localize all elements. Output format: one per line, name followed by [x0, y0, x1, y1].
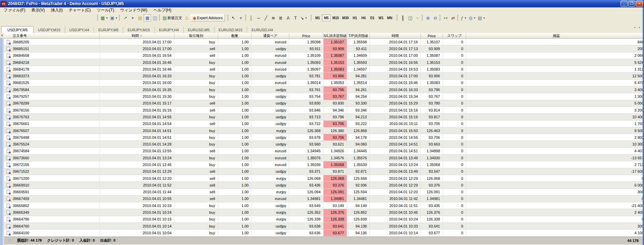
menu-view[interactable]: 表示(V)	[28, 7, 48, 13]
tab-EURUSD-M15[interactable]: EURUSD,M15	[214, 27, 247, 33]
toolbar-grip[interactable]	[397, 15, 398, 21]
table-row[interactable]: 396736602010.04.01 13:24buy1.00eurusd1.3…	[4, 155, 643, 161]
table-row[interactable]: 396647602010.04.01 10:14buy1.00usdjpy93.…	[4, 223, 643, 230]
table-row[interactable]: 396755242010.04.01 14:28buy1.00usdjpy93.…	[4, 141, 643, 148]
table-row[interactable]: 396653492010.04.01 10:24buy1.00eurjpy126…	[4, 209, 643, 216]
table-row[interactable]: 396674592010.04.01 10:55sell1.00eurusd1.…	[4, 196, 643, 202]
table-row[interactable]: 396767632010.04.01 14:55buy1.00usdjpy93.…	[4, 114, 643, 120]
zoom-out-button[interactable]: ⊖	[432, 14, 439, 22]
bar-chart-button[interactable]: ║	[399, 14, 406, 22]
data-window-button[interactable]: ⌖	[129, 14, 136, 22]
column-header-tp[interactable]: T/P決済指値	[347, 33, 370, 39]
new-order-button[interactable]: ▤新規注文	[161, 14, 183, 22]
table-row[interactable]: 396841782010.04.01 16:46sell1.00eurusd1.…	[4, 66, 643, 73]
table-row[interactable]: 396781562010.04.01 15:16sell1.00usdjpy93…	[4, 107, 643, 114]
tab-USDJPY-M5[interactable]: USDJPY,M5	[1, 26, 34, 33]
table-row[interactable]: 396765072010.04.01 14:51buy1.00eurjpy126…	[4, 127, 643, 134]
column-header-order[interactable]: 注文番号	[4, 33, 100, 39]
table-row[interactable]: 396792572010.04.01 15:30buy1.00usdjpy93.…	[4, 93, 643, 100]
tab-scroll-right-icon[interactable]: ▸	[637, 25, 642, 30]
column-header-close_time[interactable]: 時間	[370, 33, 421, 39]
table-row[interactable]: 396721552010.04.01 12:45buy1.00eurusd1.3…	[4, 161, 643, 168]
vertical-line-button[interactable]: │	[248, 14, 255, 22]
menu-window[interactable]: ウィンドウ(W)	[117, 7, 150, 13]
menu-help[interactable]: ヘルプ(H)	[150, 7, 175, 13]
timeframe-M1-button[interactable]: M1	[313, 14, 322, 21]
table-row[interactable]: 396715222010.04.01 12:29sell1.00usdjpy93…	[4, 168, 643, 175]
table-row[interactable]: 396842182010.04.01 16:46buy1.00eurusd1.3…	[4, 59, 643, 66]
periods-dropdown-button[interactable]: ◎▼	[467, 14, 477, 22]
cursor-button[interactable]: ↖	[230, 14, 237, 22]
navigator-button[interactable]: ▤	[136, 14, 144, 22]
market-watch-button[interactable]: ↗	[121, 14, 129, 22]
expert-advisors-button[interactable]: ◉Expert Advisors	[191, 14, 225, 22]
column-header-open_time[interactable]: 時間▽	[100, 33, 175, 39]
table-row[interactable]: 396641002010.04.01 10:04buy1.00usdjpy93.…	[4, 230, 643, 236]
minimize-button[interactable]: _	[621, 1, 628, 7]
column-header-pair[interactable]: 通貨ペア	[252, 33, 289, 39]
tab-EURJPY-M15[interactable]: EURJPY,M15	[123, 27, 154, 33]
strategy-tester-button[interactable]: ◫	[151, 14, 158, 22]
table-row[interactable]: 396647862010.04.01 10:15buy1.00eurjpy126…	[4, 216, 643, 223]
toolbar-grip[interactable]	[228, 15, 229, 21]
menu-tools[interactable]: ツール(T)	[94, 7, 117, 13]
menu-insert[interactable]: 挿入(I)	[48, 7, 65, 13]
table-row[interactable]: 396764982010.04.01 14:51buy1.00usdjpy93.…	[4, 134, 643, 141]
column-header-close_price[interactable]: Price	[421, 33, 443, 39]
tab-USDJPY-H4[interactable]: USDJPY,H4	[65, 27, 94, 33]
tab-EURJPY-M5[interactable]: EURJPY,M5	[94, 27, 123, 33]
column-header-sl[interactable]: S/L決済逆指値	[324, 33, 347, 39]
crosshair-button[interactable]: +	[237, 14, 245, 22]
toolbar-grip[interactable]	[97, 15, 98, 21]
menu-chart[interactable]: チャート(C)	[66, 7, 94, 13]
table-row[interactable]: 396712002010.04.01 12:20sell1.00eurjpy12…	[4, 175, 643, 182]
timeframe-MN-button[interactable]: MN	[385, 14, 394, 21]
table-row[interactable]: 396852052010.04.01 17:00buy1.00eurusd1.3…	[4, 39, 643, 45]
zoom-in-button[interactable]: ⊕	[424, 14, 432, 22]
timeframe-M15-button[interactable]: M15	[331, 14, 340, 21]
arrows-button[interactable]: ↘▼	[299, 14, 308, 22]
timeframe-H1-button[interactable]: H1	[350, 14, 359, 21]
table-row[interactable]: 396782892010.04.01 15:17sell1.00usdjpy93…	[4, 100, 643, 107]
timeframe-H4-button[interactable]: H4	[359, 14, 368, 21]
maximize-button[interactable]: ❐	[628, 1, 635, 7]
close-button[interactable]: ×	[636, 1, 643, 7]
auto-scroll-button[interactable]: ↦	[442, 14, 449, 22]
text-label-button[interactable]: T	[292, 14, 299, 22]
tab-EURUSD-H4[interactable]: EURUSD,H4	[247, 27, 277, 33]
timeframe-M5-button[interactable]: M5	[322, 14, 331, 21]
warning-icon[interactable]: ⚠	[183, 14, 191, 22]
templates-button[interactable]: ▧▼	[477, 14, 486, 22]
column-header-type[interactable]: 取引種別	[175, 33, 218, 39]
tab-EURJPY-H4[interactable]: EURJPY,H4	[154, 27, 183, 33]
menu-file[interactable]: ファイル(F)	[1, 7, 28, 13]
table-row[interactable]: 396851512010.04.01 17:00sell1.00usdjpy93…	[4, 45, 643, 52]
table-row[interactable]: 396795842010.04.01 15:35buy1.00usdjpy93.…	[4, 86, 643, 93]
timeframe-D1-button[interactable]: D1	[368, 14, 377, 21]
table-row[interactable]: 396815252010.04.01 16:00buy1.00eurusd1.3…	[4, 80, 643, 86]
terminal-button[interactable]: ▦	[144, 14, 151, 22]
table-row[interactable]: 396658622010.04.01 10:33buy1.00usdjpy93.…	[4, 202, 643, 209]
tab-EURUSD-M5[interactable]: EURUSD,M5	[183, 27, 214, 33]
panel-close-button[interactable]: x	[0, 33, 4, 37]
column-header-open_price[interactable]: Price	[289, 33, 324, 39]
column-header-volume[interactable]: 数量	[218, 33, 252, 39]
table-row[interactable]: 396833732010.04.01 16:33buy1.00usdjpy93.…	[4, 73, 643, 79]
column-header-profit[interactable]: 損益	[466, 33, 644, 39]
table-row[interactable]: 396699102010.04.01 11:52sell1.00usdjpy93…	[4, 182, 643, 189]
column-header-swap[interactable]: スワップ	[443, 33, 466, 39]
chart-shift-button[interactable]: ⇄	[449, 14, 457, 22]
trendline-button[interactable]: ╱	[262, 14, 270, 22]
indicators-button[interactable]: ƒ▼	[460, 14, 467, 22]
horizontal-line-button[interactable]: ─	[255, 14, 262, 22]
chart-profiles-button[interactable]: ▣▼	[109, 14, 118, 22]
toolbar-grip[interactable]	[311, 15, 312, 21]
line-chart-button[interactable]: ~	[414, 14, 421, 22]
table-row[interactable]: 396745842010.04.01 13:55sell1.00eurusd1.…	[4, 148, 643, 155]
candlestick-button[interactable]: ◫	[406, 14, 414, 22]
timeframe-W1-button[interactable]: W1	[377, 14, 385, 21]
timeframe-M30-button[interactable]: M30	[341, 14, 350, 21]
channel-button[interactable]: ≋	[270, 14, 277, 22]
table-row[interactable]: 396766612010.04.01 14:54sell1.00usdjpy93…	[4, 121, 643, 127]
new-chart-button[interactable]: ▦▼	[100, 14, 109, 22]
